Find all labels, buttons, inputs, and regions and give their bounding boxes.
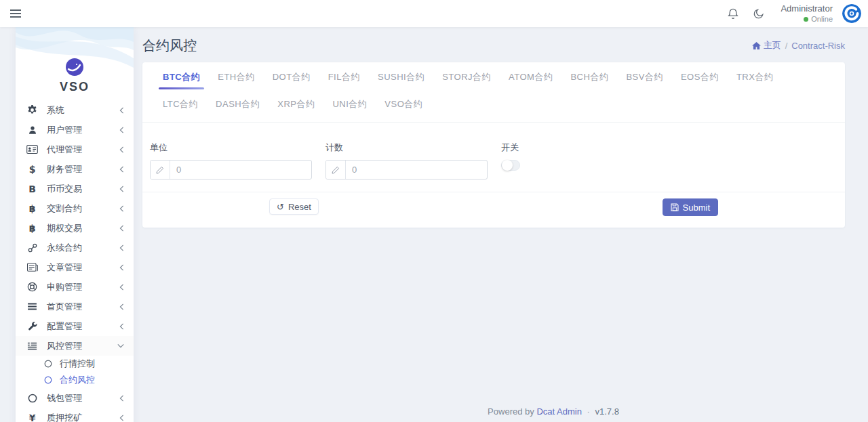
chevron-left-icon xyxy=(119,166,124,173)
user-icon xyxy=(26,124,38,135)
topbar-right-cluster: Administrator Online xyxy=(725,0,861,27)
pencil-icon xyxy=(326,161,346,179)
sidebar-toggle-icon[interactable] xyxy=(7,5,24,22)
switch-label: 开关 xyxy=(501,142,542,154)
newspaper-icon xyxy=(26,261,38,273)
notifications-bell-icon[interactable] xyxy=(725,5,741,22)
gear-icon xyxy=(26,104,38,116)
footer-separator: · xyxy=(587,406,590,417)
sidebar-item-system[interactable]: 系统 xyxy=(16,100,134,120)
pencil-icon xyxy=(151,161,170,179)
submit-button[interactable]: Submit xyxy=(663,198,718,216)
chevron-left-icon xyxy=(119,264,124,271)
tab-uni[interactable]: UNI合约 xyxy=(332,91,367,118)
chevron-left-icon xyxy=(119,205,124,212)
user-info[interactable]: Administrator Online xyxy=(781,4,833,23)
baht-sign-icon: ฿ xyxy=(26,222,38,234)
indent-list-icon xyxy=(26,340,38,352)
sidebar-item-options-trading[interactable]: ฿ 期权交易 xyxy=(16,218,134,238)
tab-eos[interactable]: EOS合约 xyxy=(681,64,719,91)
chevron-left-icon xyxy=(119,284,124,291)
user-name: Administrator xyxy=(781,4,833,14)
sidebar-item-subscription[interactable]: 申购管理 xyxy=(16,277,134,297)
app-window: Administrator Online VSO xyxy=(0,0,868,422)
sidebar-item-articles[interactable]: 文章管理 xyxy=(16,257,134,277)
sidebar-item-label: 交割合约 xyxy=(47,203,119,215)
tab-dash[interactable]: DASH合约 xyxy=(216,91,260,118)
tab-atom[interactable]: ATOM合约 xyxy=(509,64,553,91)
toggle-knob xyxy=(502,160,513,171)
sidebar-item-finance[interactable]: $ 财务管理 xyxy=(16,159,134,179)
on-off-toggle[interactable] xyxy=(501,160,520,171)
circle-icon xyxy=(43,360,52,368)
tab-xrp[interactable]: XRP合约 xyxy=(277,91,315,118)
dollar-sign-icon: $ xyxy=(26,163,38,175)
chevron-left-icon xyxy=(119,146,124,153)
chevron-left-icon xyxy=(119,127,124,133)
tab-bsv[interactable]: BSV合约 xyxy=(626,64,663,91)
top-navbar: Administrator Online xyxy=(0,0,868,27)
life-ring-icon xyxy=(26,281,38,293)
chevron-left-icon xyxy=(119,245,124,251)
sidebar-item-label: 申购管理 xyxy=(47,281,119,293)
count-input[interactable] xyxy=(346,161,487,179)
chevron-left-icon xyxy=(119,395,124,402)
page-header: 合约风控 主页 / Contract-Risk xyxy=(142,35,845,56)
sidebar-item-staking[interactable]: ¥ 质押挖矿 xyxy=(16,408,134,422)
sidebar-subitem-label: 行情控制 xyxy=(60,358,134,370)
tab-storj[interactable]: STORJ合约 xyxy=(442,64,491,91)
chevron-down-icon xyxy=(117,343,124,348)
dark-mode-moon-icon[interactable] xyxy=(751,5,767,22)
tab-dot[interactable]: DOT合约 xyxy=(273,64,311,91)
sidebar-item-label: 配置管理 xyxy=(47,320,119,333)
home-icon xyxy=(752,42,761,49)
unit-input-group xyxy=(150,160,312,180)
sidebar-item-risk-management[interactable]: 风控管理 xyxy=(16,336,134,356)
sidebar-subitem-market-control[interactable]: 行情控制 xyxy=(16,356,134,372)
sidebar-item-spot-trading[interactable]: B 币币交易 xyxy=(16,179,134,198)
dcat-admin-link[interactable]: Dcat Admin xyxy=(536,406,581,417)
sidebar-item-agents[interactable]: 代理管理 xyxy=(16,140,134,159)
chevron-left-icon xyxy=(119,303,124,310)
sidebar-item-users[interactable]: 用户管理 xyxy=(16,120,134,140)
footer-version: v1.7.8 xyxy=(595,406,618,417)
contract-tabs: BTC合约 ETH合约 DOT合约 FIL合约 SUSHI合约 STORJ合约 … xyxy=(142,62,845,123)
unit-input[interactable] xyxy=(170,161,311,179)
online-status-dot xyxy=(804,17,808,22)
chevron-left-icon xyxy=(119,415,124,421)
bitcoin-b-icon: B xyxy=(26,183,38,194)
sidebar-item-label: 文章管理 xyxy=(47,261,119,274)
sidebar-subitem-contract-risk[interactable]: 合约风控 xyxy=(16,372,134,388)
sidebar: VSO 系统 用户管理 代理管理 xyxy=(16,27,134,422)
sidebar-item-label: 首页管理 xyxy=(47,301,119,313)
sidebar-item-label: 代理管理 xyxy=(47,144,119,156)
yen-sign-icon: ¥ xyxy=(26,412,38,422)
tab-trx[interactable]: TRX合约 xyxy=(736,64,774,91)
avatar[interactable] xyxy=(842,4,861,23)
sidebar-item-configuration[interactable]: 配置管理 xyxy=(16,316,134,336)
count-label: 计数 xyxy=(326,142,488,154)
tab-ltc[interactable]: LTC合约 xyxy=(163,91,198,118)
tab-sushi[interactable]: SUSHI合约 xyxy=(378,64,425,91)
tab-btc[interactable]: BTC合约 xyxy=(163,64,200,91)
reset-button[interactable]: ↺ Reset xyxy=(269,198,319,215)
link-icon xyxy=(26,242,38,253)
count-input-group xyxy=(326,160,488,180)
sidebar-item-delivery-contract[interactable]: ฿ 交割合约 xyxy=(16,198,134,218)
tab-eth[interactable]: ETH合约 xyxy=(218,64,255,91)
breadcrumb-current: Contract-Risk xyxy=(791,41,845,51)
sidebar-item-homepage[interactable]: 首页管理 xyxy=(16,297,134,316)
tab-bch[interactable]: BCH合约 xyxy=(570,64,608,91)
count-field-group: 计数 xyxy=(326,142,488,180)
tab-vso[interactable]: VSO合约 xyxy=(384,91,422,118)
circle-icon xyxy=(43,376,52,385)
sidebar-header: VSO xyxy=(16,27,134,100)
sidebar-item-perpetual-contract[interactable]: 永续合约 xyxy=(16,238,134,257)
chevron-left-icon xyxy=(119,107,124,114)
sidebar-item-wallet[interactable]: 钱包管理 xyxy=(16,388,134,408)
tab-fil[interactable]: FIL合约 xyxy=(328,64,360,91)
form-card: BTC合约 ETH合约 DOT合约 FIL合约 SUSHI合约 STORJ合约 … xyxy=(142,62,845,228)
breadcrumb-home-link[interactable]: 主页 xyxy=(752,39,781,51)
unit-label: 单位 xyxy=(150,142,312,154)
sidebar-subitem-label: 合约风控 xyxy=(60,374,134,386)
